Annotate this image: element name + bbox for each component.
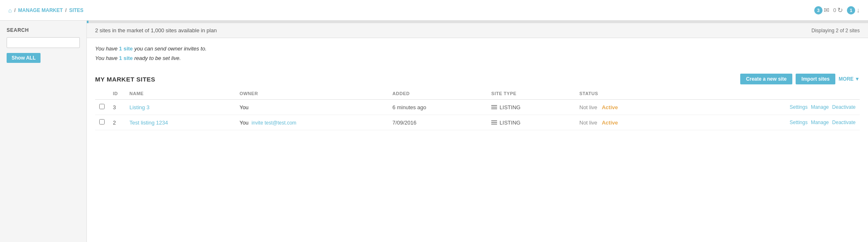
sites-summary: 2 sites in the market of 1,000 sites ava…	[87, 23, 868, 38]
row2-active-badge: Active	[602, 120, 618, 126]
col-header-actions	[685, 88, 860, 100]
row2-id: 2	[109, 115, 125, 130]
home-icon[interactable]: ⌂	[8, 7, 12, 14]
row1-actions: Settings Manage Deactivate	[685, 100, 860, 115]
more-chevron-icon: ▼	[855, 76, 860, 82]
refresh-badge[interactable]: 0 ↻	[833, 6, 843, 14]
sites-table: ID NAME OWNER ADDED SITE TYPE STATUS	[95, 88, 860, 130]
header-actions: Create a new site Import sites MORE ▼	[740, 74, 860, 84]
market-sites-title: MY MARKET SITES	[95, 76, 155, 83]
mail-icon: ✉	[824, 6, 829, 14]
messages-badge[interactable]: 3 ✉	[814, 6, 829, 14]
row2-invite-link[interactable]: invite test@test.com	[251, 120, 296, 126]
breadcrumb-sep1: /	[14, 7, 15, 13]
row1-site-type-label: LISTING	[500, 104, 521, 110]
more-label: MORE	[839, 76, 854, 82]
info-line2-suffix: ready to be set live.	[133, 55, 181, 61]
row2-checkbox-cell	[95, 115, 109, 130]
row1-site-type: LISTING	[487, 100, 575, 115]
row1-status: Not live Active	[575, 100, 685, 115]
market-sites-header: MY MARKET SITES Create a new site Import…	[87, 69, 868, 88]
col-header-name: NAME	[125, 88, 235, 100]
info-line1-prefix: You have	[95, 46, 119, 52]
row1-name-link[interactable]: Listing 3	[129, 104, 149, 110]
refresh-count: 0	[833, 7, 836, 13]
row2-not-live: Not live	[579, 120, 597, 126]
sidebar: SEARCH Show ALL	[0, 21, 87, 242]
table-wrapper: ID NAME OWNER ADDED SITE TYPE STATUS	[87, 88, 868, 130]
row2-manage-link[interactable]: Manage	[811, 120, 829, 125]
top-actions: 3 ✉ 0 ↻ 1 ↓	[814, 6, 860, 14]
show-all-button[interactable]: Show ALL	[7, 53, 41, 63]
download-icon: ↓	[856, 7, 860, 14]
info-section: You have 1 site you can send owner invit…	[87, 38, 868, 69]
row1-settings-link[interactable]: Settings	[790, 104, 808, 110]
row1-checkbox[interactable]	[99, 104, 105, 109]
row1-id: 3	[109, 100, 125, 115]
info-line1-count[interactable]: 1 site	[119, 46, 133, 52]
listing-icon-2	[491, 120, 497, 125]
download-badge[interactable]: 1 ↓	[847, 6, 860, 14]
row2-checkbox[interactable]	[99, 119, 105, 125]
row1-name: Listing 3	[125, 100, 235, 115]
info-line-1: You have 1 site you can send owner invit…	[95, 46, 860, 52]
table-row: 3 Listing 3 You 6 minutes ago LISTING	[95, 100, 860, 115]
row2-name-link[interactable]: Test listing 1234	[129, 120, 168, 126]
breadcrumb-sep2: /	[65, 7, 67, 13]
row2-status: Not live Active	[575, 115, 685, 130]
search-title: SEARCH	[7, 27, 80, 33]
info-line1-suffix: you can send owner invites to.	[133, 46, 207, 52]
row1-checkbox-cell	[95, 100, 109, 115]
table-row: 2 Test listing 1234 You invite test@test…	[95, 115, 860, 130]
displaying-text: Displaying 2 of 2 sites	[811, 28, 860, 34]
row1-manage-link[interactable]: Manage	[811, 104, 829, 110]
download-count: 1	[847, 6, 855, 14]
breadcrumb: ⌂ / MANAGE MARKET / SITES	[8, 7, 84, 14]
row1-active-badge: Active	[602, 104, 618, 110]
row2-action-links: Settings Manage Deactivate	[689, 120, 856, 125]
col-header-id: ID	[109, 88, 125, 100]
row1-owner: You	[235, 100, 388, 115]
row1-action-links: Settings Manage Deactivate	[689, 104, 856, 110]
top-bar: ⌂ / MANAGE MARKET / SITES 3 ✉ 0 ↻ 1 ↓	[0, 0, 868, 21]
info-line-2: You have 1 site ready to be set live.	[95, 55, 860, 61]
col-header-status: STATUS	[575, 88, 685, 100]
row2-name: Test listing 1234	[125, 115, 235, 130]
row2-added: 7/09/2016	[388, 115, 487, 130]
search-input[interactable]	[7, 37, 80, 48]
row2-settings-link[interactable]: Settings	[790, 120, 808, 125]
col-header-checkbox	[95, 88, 109, 100]
more-button[interactable]: MORE ▼	[839, 76, 860, 82]
breadcrumb-sites[interactable]: SITES	[69, 7, 84, 13]
import-sites-button[interactable]: Import sites	[796, 74, 835, 84]
row1-deactivate-link[interactable]: Deactivate	[832, 104, 856, 110]
content-area: 2 sites in the market of 1,000 sites ava…	[87, 21, 868, 242]
row1-not-live: Not live	[579, 104, 597, 110]
row2-actions: Settings Manage Deactivate	[685, 115, 860, 130]
messages-count: 3	[814, 6, 823, 14]
col-header-added: ADDED	[388, 88, 487, 100]
info-line2-prefix: You have	[95, 55, 119, 61]
sites-count-text: 2 sites in the market of 1,000 sites ava…	[95, 27, 217, 34]
col-header-site-type: SITE TYPE	[487, 88, 575, 100]
row2-owner: You invite test@test.com	[235, 115, 388, 130]
listing-icon	[491, 105, 497, 109]
refresh-icon: ↻	[837, 6, 843, 14]
row2-deactivate-link[interactable]: Deactivate	[832, 120, 856, 125]
info-line2-count[interactable]: 1 site	[119, 55, 133, 61]
create-new-site-button[interactable]: Create a new site	[740, 74, 792, 84]
row1-added: 6 minutes ago	[388, 100, 487, 115]
col-header-owner: OWNER	[235, 88, 388, 100]
breadcrumb-manage-market[interactable]: MANAGE MARKET	[18, 7, 63, 13]
row2-site-type: LISTING	[487, 115, 575, 130]
row2-site-type-label: LISTING	[500, 120, 521, 126]
main-layout: SEARCH Show ALL 2 sites in the market of…	[0, 21, 868, 242]
